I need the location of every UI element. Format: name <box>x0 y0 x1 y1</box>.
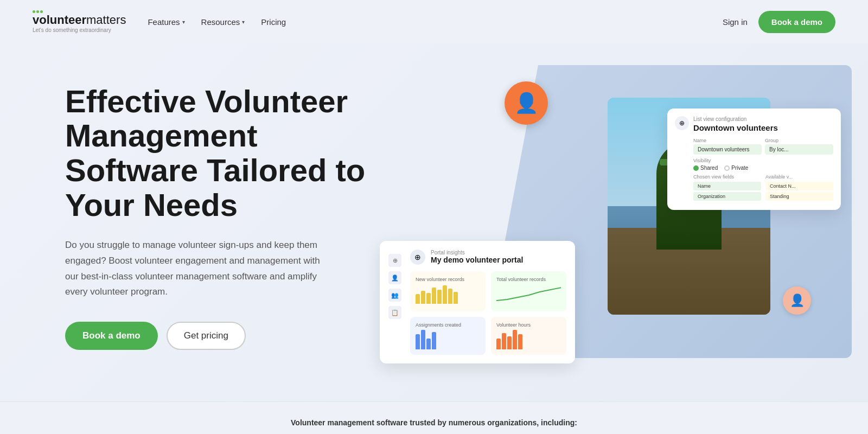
hbar3 <box>507 336 512 349</box>
name-input[interactable]: Downtown volunteers <box>693 144 762 155</box>
portal-sidebar-icon3: 👥 <box>388 289 401 302</box>
bar8 <box>454 292 458 304</box>
abar3 <box>426 339 431 349</box>
nav-resources[interactable]: Resources ▾ <box>201 17 245 27</box>
bar-chart-hours <box>496 330 561 349</box>
private-label: Private <box>731 165 748 171</box>
trusted-section: Volunteer management software trusted by… <box>0 401 868 434</box>
bar7 <box>448 289 452 304</box>
config-title: Downtown volunteers <box>693 123 833 132</box>
person-icon-small: 👤 <box>790 293 805 308</box>
hero-right: 👤 👤 ⊕ 👤 👥 📋 ⊕ Portal insights <box>369 65 835 369</box>
available-fields-label: Available v... <box>765 174 833 180</box>
bar5 <box>437 290 442 304</box>
portal-card-sidebar: ⊕ 👤 👥 📋 <box>388 250 406 355</box>
hero-description: Do you struggle to manage volunteer sign… <box>65 238 326 301</box>
nav-links: Features ▾ Resources ▾ Pricing <box>148 17 723 27</box>
portal-card-icon: ⊕ <box>410 250 425 265</box>
nav-features[interactable]: Features ▾ <box>148 17 184 27</box>
stat-assignments: Assignments created <box>410 317 486 355</box>
stat-total-label: Total volunteer records <box>496 277 561 282</box>
visibility-label: Visibility <box>693 158 833 163</box>
chosen-fields-label: Chosen view fields <box>693 174 761 180</box>
hbar4 <box>513 330 517 349</box>
logo-tagline: Let's do something extraordinary <box>33 27 126 33</box>
bar3 <box>426 293 431 304</box>
bar-chart-new <box>416 284 480 304</box>
field-org: Organization <box>693 192 761 201</box>
hero-title: Effective Volunteer Management Software … <box>65 84 369 222</box>
available-fields: Available v... Contact N... Standing <box>765 174 833 202</box>
logo-matters: matters <box>86 13 126 27</box>
bar2 <box>421 291 425 304</box>
visibility-options: Shared Private <box>693 165 833 171</box>
hbar5 <box>518 334 522 349</box>
stat-hours: Volunteer hours <box>491 317 566 355</box>
portal-title: My demo volunteer portal <box>431 256 523 264</box>
hero-book-demo-button[interactable]: Book a demo <box>65 322 158 350</box>
config-subtitle: List view configuration <box>693 116 833 122</box>
group-label: Group <box>765 138 833 143</box>
portal-sidebar-icon1: ⊕ <box>388 254 401 267</box>
portal-insights-card: ⊕ 👤 👥 📋 ⊕ Portal insights My demo volunt… <box>380 241 575 363</box>
avatar-circle-bottom: 👤 <box>783 286 811 315</box>
list-config-card: ⊕ List view configuration Downtown volun… <box>667 108 841 210</box>
hero-left: Effective Volunteer Management Software … <box>65 84 369 350</box>
person-icon: 👤 <box>514 92 539 114</box>
resources-chevron-icon: ▾ <box>242 19 245 25</box>
hbar2 <box>502 333 506 349</box>
nav-pricing[interactable]: Pricing <box>261 17 286 27</box>
stat-new-label: New volunteer records <box>416 277 480 282</box>
stat-total-volunteers: Total volunteer records <box>491 271 566 311</box>
bar-chart-assignments <box>416 330 480 349</box>
sign-in-button[interactable]: Sign in <box>723 17 748 27</box>
avail-contact: Contact N... <box>765 182 833 190</box>
hero-buttons: Book a demo Get pricing <box>65 322 369 350</box>
hbar1 <box>496 339 501 349</box>
bar1 <box>416 294 420 304</box>
bar4 <box>432 288 436 304</box>
private-radio[interactable] <box>724 165 730 171</box>
stat-assignments-label: Assignments created <box>416 322 480 328</box>
book-demo-nav-button[interactable]: Book a demo <box>758 11 835 33</box>
bar6 <box>443 285 447 304</box>
stat-new-volunteers: New volunteer records <box>410 271 486 311</box>
field-name: Name <box>693 182 761 190</box>
abar1 <box>416 334 420 349</box>
features-chevron-icon: ▾ <box>182 19 185 25</box>
line-chart-total <box>496 284 561 304</box>
hero-section: Effective Volunteer Management Software … <box>0 43 868 401</box>
name-label: Name <box>693 138 762 143</box>
shared-label: Shared <box>700 165 718 171</box>
portal-sidebar-icon2: 👤 <box>388 271 401 284</box>
shared-option[interactable]: Shared <box>693 165 718 171</box>
shared-radio[interactable] <box>693 165 699 171</box>
logo-volunteer: volunteer <box>33 13 86 27</box>
logo[interactable]: volunteermatters Let's do something extr… <box>33 10 126 33</box>
portal-subtitle: Portal insights <box>431 250 523 256</box>
nav-right: Sign in Book a demo <box>723 11 835 33</box>
trusted-label: Volunteer management software trusted by… <box>33 418 835 427</box>
abar2 <box>421 330 425 349</box>
hero-get-pricing-button[interactable]: Get pricing <box>167 322 246 350</box>
portal-stats: New volunteer records <box>410 271 566 355</box>
fields-section: Chosen view fields Name Organization Ava… <box>693 174 833 202</box>
portal-sidebar-icon4: 📋 <box>388 306 401 319</box>
navbar: volunteermatters Let's do something extr… <box>0 0 868 43</box>
private-option[interactable]: Private <box>724 165 748 171</box>
list-config-icon: ⊕ <box>675 116 689 130</box>
avail-standing: Standing <box>765 192 833 201</box>
chosen-fields: Chosen view fields Name Organization <box>693 174 761 202</box>
avatar-circle-top: 👤 <box>505 81 548 125</box>
stat-hours-label: Volunteer hours <box>496 322 561 328</box>
abar4 <box>432 332 436 349</box>
logo-text: volunteermatters <box>33 14 126 27</box>
group-input[interactable]: By loc... <box>765 144 833 155</box>
